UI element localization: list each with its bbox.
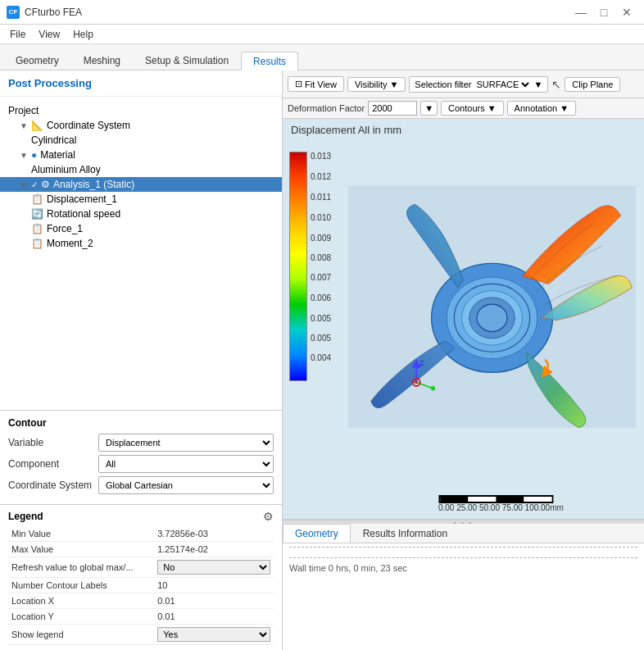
legend-max-value: 1.25174e-02 (154, 542, 274, 557)
tree-item-displacement1[interactable]: 📋 Displacement_1 (0, 192, 282, 207)
deformation-input[interactable] (368, 101, 417, 116)
tree-item-moment2[interactable]: 📋 Moment_2 (0, 236, 282, 251)
legend-locx-value: 0.01 (154, 593, 274, 609)
bottom-wall-time: Wall time 0 hrs, 0 min, 23 sec (289, 563, 637, 573)
scale-seg-3 (496, 497, 524, 502)
legend-show-select[interactable]: Yes No (157, 627, 270, 642)
material-icon: ● (31, 149, 37, 161)
visibility-button[interactable]: Visibility ▼ (347, 77, 406, 92)
tree-item-analysis[interactable]: ▼ ✓ ⚙ Analysis_1 (Static) (0, 177, 282, 192)
scale-text: 0.00 25.00 50.00 75.00 100.00mm (438, 503, 564, 512)
tab-results[interactable]: Results (241, 52, 298, 70)
coord-select[interactable]: Global Cartesian Cylindrical (98, 476, 274, 494)
fit-view-icon: ⊡ (295, 79, 302, 89)
contour-title: Contour (8, 417, 274, 429)
annotation-button[interactable]: Annotation ▼ (507, 101, 577, 116)
legend-gear-icon[interactable]: ⚙ (263, 510, 274, 523)
legend-table: Min Value 3.72856e-03 Max Value 1.25174e… (8, 526, 274, 645)
legend-locy-label: Location Y (8, 609, 154, 625)
app-icon: CF (7, 6, 20, 19)
color-scale-labels: 0.013 0.012 0.011 0.010 0.009 0.008 0.00… (311, 152, 340, 381)
menu-file[interactable]: File (3, 27, 32, 42)
tree-item-coordinate-system[interactable]: ▼ 📐 Coordinate System (0, 118, 282, 133)
legend-refresh-label: Refresh value to global max/... (8, 557, 154, 578)
scale-bar-container: 0.00 25.00 50.00 75.00 100.00mm (438, 495, 564, 512)
tree-project-label: Project (0, 103, 282, 118)
menu-bar: File View Help (0, 25, 644, 44)
legend-contour-value: 10 (154, 578, 274, 593)
deformation-dropdown-button[interactable]: ▼ (420, 101, 438, 116)
title-bar: CF CFturbo FEA — □ ✕ (0, 0, 644, 25)
svg-point-10 (431, 386, 436, 391)
tree-rotational-label: Rotational speed (47, 208, 120, 220)
scale-label-6: 0.007 (311, 273, 331, 282)
tree-item-cylindrical[interactable]: Cylindrical (0, 133, 282, 148)
selection-filter-select[interactable]: SURFACE EDGE VERTEX (473, 79, 532, 90)
coord-icon: 📐 (31, 120, 43, 131)
bottom-divider (289, 547, 637, 552)
menu-view[interactable]: View (32, 27, 66, 42)
scale-label-5: 0.008 (311, 253, 331, 262)
scale-label-4: 0.009 (311, 234, 331, 243)
svg-point-6 (477, 304, 507, 331)
legend-locy-row: Location Y 0.01 (8, 609, 274, 625)
tab-meshing[interactable]: Meshing (71, 51, 133, 70)
scale-label-10: 0.004 (311, 353, 331, 362)
deformation-toolbar: Deformation Factor ▼ Contours ▼ Annotati… (283, 98, 644, 119)
svg-text:Z: Z (420, 359, 424, 367)
window-controls: — □ ✕ (570, 4, 637, 20)
toolbar-row1: ⊡ Fit View Visibility ▼ Selection filter… (283, 70, 644, 98)
minimize-button[interactable]: — (570, 4, 592, 20)
tree-displacement-label: Displacement_1 (47, 193, 117, 205)
tab-geometry[interactable]: Geometry (3, 51, 71, 70)
legend-header: Legend ⚙ (8, 510, 274, 523)
post-processing-title: Post Processing (0, 70, 282, 97)
scale-label-3: 0.010 (311, 213, 331, 222)
legend-locx-label: Location X (8, 593, 154, 609)
bottom-tab-geometry[interactable]: Geometry (283, 524, 351, 543)
tree-item-material[interactable]: ▼ ● Material (0, 148, 282, 162)
legend-min-value: 3.72856e-03 (154, 526, 274, 542)
tree-moment-label: Moment_2 (47, 238, 93, 249)
bottom-tab-results-info[interactable]: Results Information (351, 524, 460, 543)
app-title: CFturbo FEA (25, 7, 82, 18)
tab-setup-simulation[interactable]: Setup & Simulation (133, 51, 241, 70)
scale-seg-2 (468, 497, 496, 502)
impeller-svg: Z (348, 135, 636, 478)
variable-select[interactable]: Displacement Stress Strain (98, 434, 274, 452)
scale-label-8: 0.005 (311, 314, 331, 323)
legend-max-row: Max Value 1.25174e-02 (8, 542, 274, 557)
right-panel: ⊡ Fit View Visibility ▼ Selection filter… (283, 70, 644, 650)
contours-chevron: ▼ (488, 103, 497, 113)
main-content: Post Processing Project ▼ 📐 Coordinate S… (0, 70, 644, 650)
scale-label-9: 0.005 (311, 334, 331, 343)
visibility-label: Visibility (355, 80, 388, 89)
fit-view-button[interactable]: ⊡ Fit View (288, 76, 344, 92)
tree-cylindrical-label: Cylindrical (31, 134, 76, 146)
maximize-button[interactable]: □ (593, 4, 615, 20)
filter-dropdown-icon: ▼ (533, 80, 542, 89)
menu-help[interactable]: Help (66, 27, 100, 42)
analysis-icon: ⚙ (41, 179, 50, 190)
close-button[interactable]: ✕ (616, 4, 637, 20)
tree-item-aluminium[interactable]: Aluminium Alloy (0, 162, 282, 177)
toggle-icon: ▼ (20, 151, 28, 160)
scale-label-7: 0.006 (311, 293, 331, 302)
clip-plane-button[interactable]: Clip Plane (565, 77, 620, 92)
bottom-content: Wall time 0 hrs, 0 min, 23 sec (283, 543, 644, 650)
component-label: Component (8, 458, 98, 470)
coord-row: Coordinate System Global Cartesian Cylin… (8, 476, 274, 494)
visibility-chevron: ▼ (389, 80, 398, 89)
legend-refresh-select[interactable]: No Yes (157, 560, 270, 575)
tree-coord-label: Coordinate System (47, 120, 130, 131)
tree-item-force1[interactable]: 📋 Force_1 (0, 221, 282, 236)
component-select[interactable]: All X Y Z (98, 455, 274, 473)
tree-item-rotational-speed[interactable]: 🔄 Rotational speed (0, 207, 282, 221)
scale-label-1: 0.012 (311, 172, 331, 181)
tree-aluminium-label: Aluminium Alloy (31, 164, 101, 175)
toggle-icon: ▼ (20, 121, 28, 130)
contours-button[interactable]: Contours ▼ (441, 101, 504, 116)
legend-locy-value: 0.01 (154, 609, 274, 625)
project-label: Project (8, 105, 39, 116)
selection-filter-container: Selection filter SURFACE EDGE VERTEX ▼ (409, 76, 548, 93)
